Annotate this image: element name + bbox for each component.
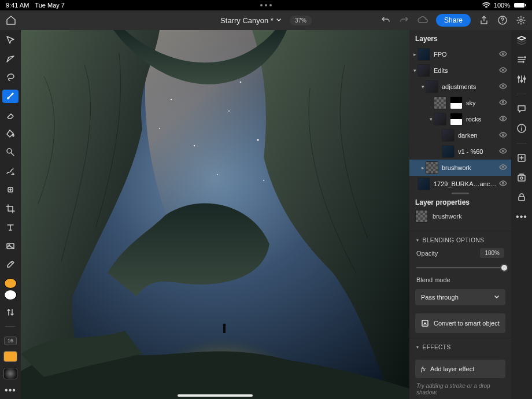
svg-point-24 xyxy=(263,180,264,181)
tool-transform[interactable] xyxy=(2,52,19,65)
effects-hint: Try adding a stroke or a drop shadow. xyxy=(409,383,511,399)
blend-mode-select[interactable]: Pass through xyxy=(415,289,505,305)
share-button[interactable]: Share xyxy=(436,14,471,27)
layer-row[interactable]: darken xyxy=(409,127,511,143)
visibility-icon[interactable] xyxy=(498,180,508,187)
layer-row[interactable]: ▸brushwork xyxy=(409,160,511,176)
tool-type[interactable] xyxy=(2,221,19,234)
tool-fill[interactable] xyxy=(2,127,19,140)
chevron-down-icon xyxy=(494,294,500,300)
more-tools-icon[interactable]: ••• xyxy=(5,385,16,396)
layer-name: FPO xyxy=(434,51,498,58)
undo-icon[interactable] xyxy=(380,15,391,25)
svg-point-28 xyxy=(503,53,504,55)
svg-point-35 xyxy=(503,167,504,168)
svg-point-32 xyxy=(503,118,504,120)
brush-hardness-preview[interactable] xyxy=(3,368,17,379)
layer-actions-icon[interactable] xyxy=(516,54,527,65)
background-color-swatch[interactable] xyxy=(4,290,17,300)
cloud-sync-icon[interactable] xyxy=(418,15,428,25)
visibility-icon[interactable] xyxy=(498,132,508,139)
opacity-value[interactable]: 100% xyxy=(480,248,504,258)
more-options-icon[interactable]: ••• xyxy=(516,212,527,222)
opacity-slider[interactable] xyxy=(416,263,504,273)
layer-name: darken xyxy=(458,132,498,139)
brush-color-preview[interactable] xyxy=(3,351,17,363)
comments-icon[interactable] xyxy=(516,104,527,114)
chevron-down-icon: ▾ xyxy=(416,238,419,243)
disclosure-triangle[interactable]: ▸ xyxy=(412,51,418,57)
layer-row[interactable]: v1 - %60 xyxy=(409,143,511,160)
visibility-icon[interactable] xyxy=(498,148,508,155)
svg-point-38 xyxy=(524,57,526,58)
visibility-icon[interactable] xyxy=(498,99,508,106)
tool-eraser[interactable] xyxy=(2,109,19,121)
right-toolbar: ••• xyxy=(511,30,532,399)
ipad-status-bar: 9:41 AM Tue May 7 100% xyxy=(0,0,532,10)
svg-rect-45 xyxy=(518,175,525,181)
left-toolbar: 16 ••• xyxy=(0,30,21,399)
effects-header[interactable]: ▾EFFECTS xyxy=(416,344,504,350)
home-icon[interactable] xyxy=(6,15,16,25)
brush-size-value[interactable]: 16 xyxy=(4,337,17,345)
tool-eyedropper[interactable] xyxy=(2,258,19,271)
ipad-home-indicator[interactable] xyxy=(178,394,253,397)
visibility-icon[interactable] xyxy=(498,51,508,58)
foreground-color-swatch[interactable] xyxy=(4,278,17,289)
canvas-artwork xyxy=(21,30,409,399)
tool-place[interactable] xyxy=(2,239,19,252)
svg-point-16 xyxy=(257,139,259,141)
document-canvas[interactable] xyxy=(21,30,409,399)
share-export-icon[interactable] xyxy=(516,172,527,183)
layer-row[interactable]: ▾rocks xyxy=(409,111,511,127)
tool-healing[interactable] xyxy=(2,183,19,196)
layer-row[interactable]: ▾Edits xyxy=(409,62,511,79)
layer-thumbnail xyxy=(450,113,463,125)
tool-clone[interactable] xyxy=(2,165,19,178)
redo-icon[interactable] xyxy=(399,15,409,25)
layers-tab-icon[interactable] xyxy=(516,35,527,45)
add-layer-effect-button[interactable]: fx Add layer effect xyxy=(415,360,505,378)
blending-header[interactable]: ▾BLENDING OPTIONS xyxy=(416,237,504,243)
visibility-icon[interactable] xyxy=(498,116,508,123)
layer-row[interactable]: ▾adjustments xyxy=(409,79,511,95)
swap-colors-icon[interactable] xyxy=(2,306,19,319)
disclosure-triangle[interactable]: ▾ xyxy=(428,116,434,122)
layer-thumbnail xyxy=(434,113,446,125)
visibility-icon[interactable] xyxy=(498,164,508,171)
visibility-icon[interactable] xyxy=(498,67,508,74)
layer-row[interactable]: ▸FPO xyxy=(409,46,511,62)
svg-point-18 xyxy=(159,128,160,129)
info-icon[interactable] xyxy=(516,123,527,134)
export-icon[interactable] xyxy=(479,15,489,25)
tool-liquify[interactable] xyxy=(2,146,19,158)
settings-icon[interactable] xyxy=(516,15,526,25)
svg-point-39 xyxy=(523,61,524,62)
tool-lasso[interactable] xyxy=(2,71,19,84)
disclosure-triangle[interactable]: ▾ xyxy=(412,68,418,73)
layer-row[interactable]: 1729_BURKA…anced-NR33 xyxy=(409,176,511,192)
tool-move[interactable] xyxy=(2,34,19,46)
chevron-down-icon: ▾ xyxy=(416,345,419,350)
lock-icon[interactable] xyxy=(516,192,527,202)
status-date: Tue May 7 xyxy=(35,2,65,9)
tool-crop[interactable] xyxy=(2,202,19,215)
svg-point-20 xyxy=(217,174,218,175)
adjustments-icon[interactable] xyxy=(516,74,527,84)
multitasking-dots[interactable] xyxy=(260,4,272,6)
layer-row[interactable]: sky xyxy=(409,95,511,111)
disclosure-triangle[interactable]: ▸ xyxy=(420,165,426,171)
battery-icon xyxy=(513,2,526,8)
add-icon[interactable] xyxy=(516,153,527,163)
zoom-level[interactable]: 37% xyxy=(290,16,312,25)
convert-to-smart-object-button[interactable]: Convert to smart object xyxy=(415,313,505,333)
layer-properties-title: Layer properties xyxy=(409,195,511,210)
selected-layer-thumb xyxy=(415,210,428,223)
visibility-icon[interactable] xyxy=(498,83,508,90)
layer-thumbnail xyxy=(442,129,455,142)
document-title[interactable]: Starry Canyon * xyxy=(220,16,282,25)
tool-brush[interactable] xyxy=(2,90,19,102)
help-icon[interactable] xyxy=(497,15,508,25)
disclosure-triangle[interactable]: ▾ xyxy=(420,84,426,90)
blending-options-section: ▾BLENDING OPTIONS Opacity 100% Blend mod… xyxy=(409,231,511,287)
